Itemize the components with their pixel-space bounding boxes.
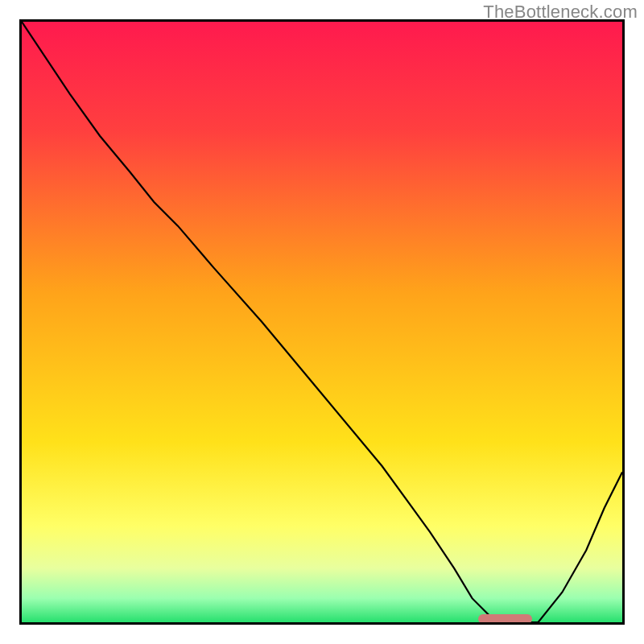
optimal-range-marker	[478, 614, 532, 624]
chart-curve	[22, 22, 622, 622]
plot-area	[19, 19, 625, 625]
chart-container: TheBottleneck.com	[0, 0, 644, 644]
